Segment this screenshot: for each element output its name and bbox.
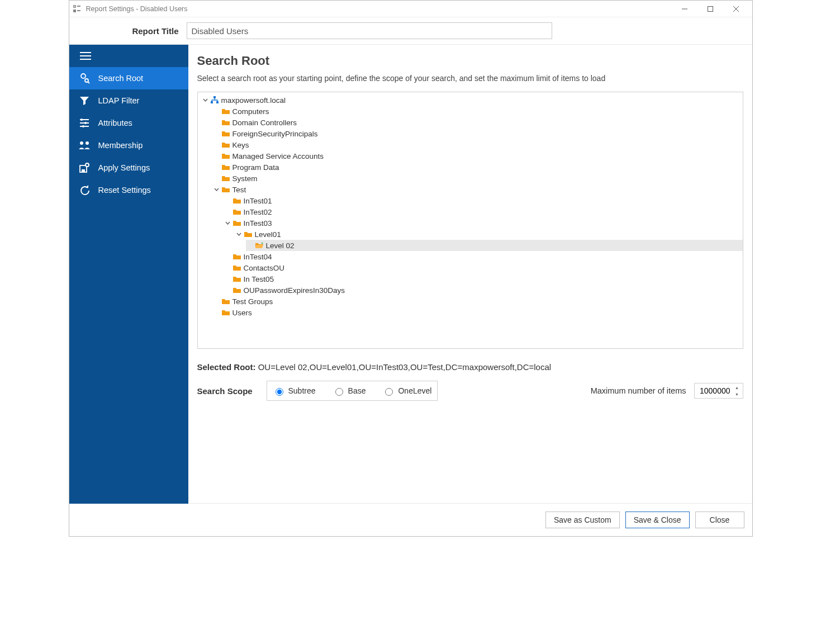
scope-radio-group: Subtree Base OneLevel xyxy=(267,381,438,401)
report-title-row: Report Title xyxy=(69,17,752,45)
svg-rect-2 xyxy=(73,10,76,12)
tree-node[interactable]: InTest04 xyxy=(224,251,743,262)
tree-node-label: ForeignSecurityPrincipals xyxy=(232,130,318,138)
close-dialog-button[interactable]: Close xyxy=(695,512,744,528)
chevron-down-icon[interactable] xyxy=(224,219,232,228)
tree-node-label: InTest04 xyxy=(244,253,272,261)
sidebar-item-label: Attributes xyxy=(98,119,132,127)
tree-node-label: Users xyxy=(232,309,252,317)
tree-node-label: maxpowersoft.local xyxy=(221,96,286,105)
svg-line-13 xyxy=(88,82,89,83)
svg-point-11 xyxy=(81,74,86,78)
svg-rect-29 xyxy=(216,101,219,103)
svg-point-17 xyxy=(80,119,83,121)
chevron-down-icon[interactable] xyxy=(235,230,244,239)
directory-tree[interactable]: maxpowersoft.localComputersDomain Contro… xyxy=(197,92,743,349)
sidebar-item-ldap-filter[interactable]: LDAP Filter xyxy=(69,89,188,112)
scope-option-base[interactable]: Base xyxy=(333,386,366,396)
tree-node[interactable]: System xyxy=(212,173,743,184)
save-as-custom-button[interactable]: Save as Custom xyxy=(545,512,620,528)
chevron-down-icon[interactable] xyxy=(201,96,210,105)
tree-node[interactable]: Managed Service Accounts xyxy=(212,150,743,162)
tree-node[interactable]: Domain Controllers xyxy=(212,117,743,128)
search-root-icon xyxy=(78,72,91,84)
sidebar-item-label: Apply Settings xyxy=(98,163,150,172)
tree-node-label: Test xyxy=(232,186,246,194)
tree-node-label: In Test05 xyxy=(244,275,274,283)
chevron-down-icon[interactable] xyxy=(212,185,221,194)
titlebar: Report Settings - Disabled Users xyxy=(69,1,752,17)
tree-node[interactable]: maxpowersoft.local xyxy=(201,94,743,106)
search-scope-row: Search Scope Subtree Base OneLevel Maxim… xyxy=(197,381,743,411)
app-icon xyxy=(73,4,82,13)
membership-icon: + xyxy=(78,139,91,151)
sidebar-item-membership[interactable]: + Membership xyxy=(69,134,188,157)
max-items-input[interactable] xyxy=(695,386,733,396)
scope-radio-subtree-label: Subtree xyxy=(288,386,316,395)
svg-point-20 xyxy=(80,141,83,145)
page-heading: Search Root xyxy=(197,54,743,68)
svg-rect-3 xyxy=(77,10,80,11)
svg-point-18 xyxy=(84,122,87,124)
report-title-label: Report Title xyxy=(74,26,187,36)
main-panel: Search Root Select a search root as your… xyxy=(188,45,752,504)
tree-node[interactable]: InTest03 xyxy=(224,217,743,229)
report-title-input[interactable] xyxy=(187,22,552,39)
sidebar-item-label: Membership xyxy=(98,141,143,150)
svg-point-19 xyxy=(82,125,84,127)
sidebar: Search Root LDAP Filter Attributes + Mem… xyxy=(69,45,188,504)
tree-node-label: Test Groups xyxy=(232,297,273,306)
spin-down-icon[interactable]: ▼ xyxy=(733,391,742,397)
tree-node[interactable]: Keys xyxy=(212,139,743,150)
svg-line-6 xyxy=(733,6,739,12)
tree-node[interactable]: Program Data xyxy=(212,162,743,173)
save-and-close-button[interactable]: Save & Close xyxy=(625,512,690,528)
tree-node[interactable]: Level 02 xyxy=(246,240,743,251)
tree-node[interactable]: Users xyxy=(212,307,743,318)
tree-node[interactable]: OUPasswordExpiresIn30Days xyxy=(224,285,743,296)
scope-radio-onelevel-label: OneLevel xyxy=(398,386,431,395)
max-items-group: Maximum number of items ▲ ▼ xyxy=(591,383,743,399)
hamburger-button[interactable] xyxy=(69,45,188,67)
tree-node[interactable]: InTest01 xyxy=(224,195,743,206)
sidebar-item-apply-settings[interactable]: Apply Settings xyxy=(69,157,188,179)
footer: Save as Custom Save & Close Close xyxy=(69,504,752,536)
sidebar-item-search-root[interactable]: Search Root xyxy=(69,67,188,89)
tree-node-label: Domain Controllers xyxy=(232,119,297,127)
selected-root-label: Selected Root: xyxy=(197,362,256,372)
svg-rect-1 xyxy=(77,6,80,7)
tree-node[interactable]: ForeignSecurityPrincipals xyxy=(212,128,743,139)
window-controls xyxy=(672,1,749,17)
scope-radio-base[interactable] xyxy=(335,388,343,396)
tree-node[interactable]: Level01 xyxy=(235,229,743,240)
close-button[interactable] xyxy=(723,1,749,17)
svg-line-7 xyxy=(733,6,739,12)
tree-node-label: Level 02 xyxy=(266,242,295,250)
reset-icon xyxy=(78,184,91,196)
tree-node-label: Computers xyxy=(232,107,269,116)
tree-node[interactable]: Test Groups xyxy=(212,296,743,307)
tree-node[interactable]: ContactsOU xyxy=(224,262,743,273)
scope-radio-onelevel[interactable] xyxy=(385,388,393,396)
spin-up-icon[interactable]: ▲ xyxy=(733,384,742,391)
tree-node[interactable]: In Test05 xyxy=(224,273,743,285)
sidebar-item-attributes[interactable]: Attributes xyxy=(69,112,188,134)
selected-root-value: OU=Level 02,OU=Level01,OU=InTest03,OU=Te… xyxy=(258,362,551,372)
tree-node-label: Level01 xyxy=(255,230,281,239)
tree-node-label: InTest03 xyxy=(244,219,272,228)
tree-node[interactable]: InTest02 xyxy=(224,206,743,217)
tree-node-label: Managed Service Accounts xyxy=(232,152,324,160)
tree-node[interactable]: Computers xyxy=(212,106,743,117)
svg-point-26 xyxy=(86,164,88,166)
svg-rect-24 xyxy=(82,169,85,172)
sidebar-item-reset-settings[interactable]: Reset Settings xyxy=(69,179,188,201)
scope-radio-subtree[interactable] xyxy=(276,388,283,396)
minimize-button[interactable] xyxy=(672,1,697,17)
max-items-spinbox[interactable]: ▲ ▼ xyxy=(694,383,743,399)
tree-node-label: InTest02 xyxy=(244,208,272,216)
scope-option-subtree[interactable]: Subtree xyxy=(273,386,316,396)
scope-option-onelevel[interactable]: OneLevel xyxy=(382,386,431,396)
maximize-button[interactable] xyxy=(697,1,723,17)
tree-node[interactable]: Test xyxy=(212,184,743,195)
filter-icon xyxy=(78,94,91,107)
